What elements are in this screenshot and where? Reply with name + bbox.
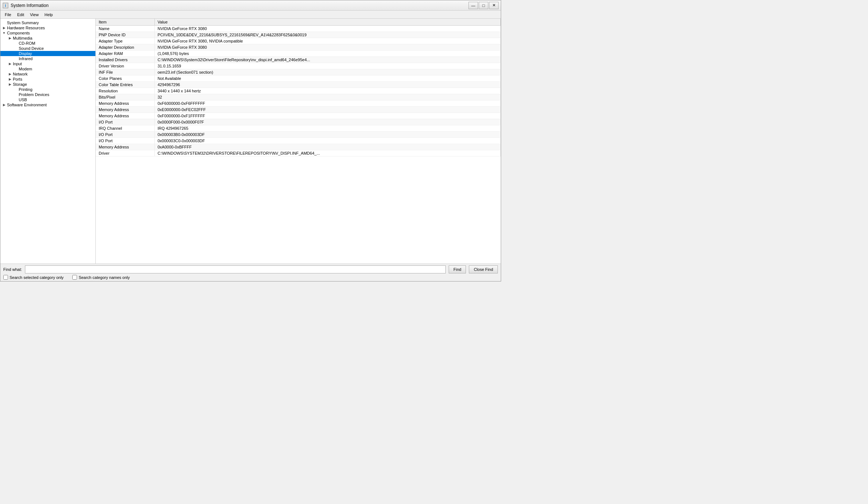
sidebar-item-problem-devices[interactable]: Problem Devices [0,92,95,97]
sidebar-label-modem: Modem [19,67,32,71]
sidebar: System Summary▶Hardware Resources▼Compon… [0,19,96,264]
table-row: I/O Port0x0000F000-0x0000F07F [96,119,501,125]
table-cell-item: Memory Address [96,113,154,119]
table-row: Color PlanesNot Available [96,76,501,82]
sidebar-item-modem[interactable]: Modem [0,66,95,71]
sidebar-label-system-summary: System Summary [7,21,39,25]
search-selected-text: Search selected category only [10,275,63,280]
sidebar-item-usb[interactable]: USB [0,97,95,102]
table-cell-value: 32 [154,94,501,100]
table-row: Memory Address0xA0000-0xBFFFF [96,144,501,150]
table-cell-item: I/O Port [96,138,154,144]
table-row: PNP Device IDPCI\VEN_10DE&DEV_2216&SUBSY… [96,32,501,38]
title-bar: i System Information — □ ✕ [0,0,501,11]
search-selected-label[interactable]: Search selected category only [3,275,63,280]
table-cell-item: Driver [96,150,154,157]
expand-icon: ▶ [2,26,6,30]
table-cell-item: Adapter Description [96,44,154,51]
window-title: System Information [11,3,48,8]
search-category-names-label[interactable]: Search category names only [72,275,130,280]
table-cell-item: PNP Device ID [96,32,154,38]
table-cell-value: 0xF6000000-0xF6FFFFFF [154,100,501,107]
content-area: System Summary▶Hardware Resources▼Compon… [0,19,501,264]
bottom-bar: Find what: Find Close Find Search select… [0,264,501,281]
table-cell-item: Memory Address [96,144,154,150]
close-find-button[interactable]: Close Find [469,265,498,273]
sidebar-item-printing[interactable]: Printing [0,87,95,92]
table-row: IRQ ChannelIRQ 4294967265 [96,125,501,132]
app-icon: i [3,3,8,8]
table-cell-item: Memory Address [96,100,154,107]
sidebar-item-infrared[interactable]: Infrared [0,56,95,61]
table-row: DriverC:\WINDOWS\SYSTEM32\DRIVERSTORE\FI… [96,150,501,157]
table-row: Adapter DescriptionNVIDIA GeForce RTX 30… [96,44,501,51]
table-row: Color Table Entries4294967296 [96,82,501,88]
menu-item-edit[interactable]: Edit [14,12,27,18]
table-cell-item: INF File [96,69,154,76]
table-row: INF Fileoem23.inf (Section071 section) [96,69,501,76]
table-cell-item: Memory Address [96,107,154,113]
sidebar-label-storage: Storage [13,82,27,87]
table-row: Installed DriversC:\WINDOWS\System32\Dri… [96,57,501,63]
table-cell-item: Adapter Type [96,38,154,44]
sidebar-item-system-summary[interactable]: System Summary [0,20,95,25]
svg-text:i: i [5,4,6,8]
sidebar-item-sound-device[interactable]: Sound Device [0,46,95,51]
sidebar-label-input: Input [13,62,22,66]
find-input[interactable] [25,265,446,273]
menu-bar: FileEditViewHelp [0,11,501,19]
close-button[interactable]: ✕ [489,2,499,9]
col-header-value: Value [154,19,501,26]
table-cell-value: 0xE0000000-0xFEC02FFF [154,107,501,113]
table-cell-value: C:\WINDOWS\System32\DriverStore\FileRepo… [154,57,501,63]
sidebar-item-multimedia[interactable]: ▶Multimedia [0,36,95,41]
sidebar-item-cd-rom[interactable]: CD-ROM [0,41,95,46]
checkbox-row: Search selected category only Search cat… [3,275,498,280]
sidebar-item-software-environment[interactable]: ▶Software Environment [0,102,95,107]
table-cell-value: 0x0000F000-0x0000F07F [154,119,501,125]
table-cell-value: Not Available [154,76,501,82]
sidebar-item-input[interactable]: ▶Input [0,61,95,66]
sidebar-item-components[interactable]: ▼Components [0,30,95,36]
sidebar-label-network: Network [13,72,28,76]
table-cell-item: Adapter RAM [96,51,154,57]
menu-item-help[interactable]: Help [41,12,56,18]
collapse-icon: ▼ [2,31,6,35]
table-cell-value: IRQ 4294967265 [154,125,501,132]
sidebar-label-cd-rom: CD-ROM [19,41,35,45]
maximize-button[interactable]: □ [479,2,488,9]
sidebar-item-network[interactable]: ▶Network [0,71,95,77]
menu-item-view[interactable]: View [27,12,42,18]
sidebar-label-problem-devices: Problem Devices [19,92,49,97]
table-row: Bits/Pixel32 [96,94,501,100]
table-cell-value: C:\WINDOWS\SYSTEM32\DRIVERSTORE\FILEREPO… [154,150,501,157]
sidebar-label-infrared: Infrared [19,56,33,61]
menu-item-file[interactable]: File [2,12,14,18]
table-row: Memory Address0xF6000000-0xF6FFFFFF [96,100,501,107]
table-row: Driver Version31.0.15.1659 [96,63,501,69]
table-cell-value: NVIDIA GeForce RTX 3080 [154,44,501,51]
minimize-button[interactable]: — [468,2,478,9]
sidebar-item-display[interactable]: Display [0,51,95,56]
table-cell-value: NVIDIA GeForce RTX 3080 [154,26,501,32]
table-row: Adapter RAM(1,048,576) bytes [96,51,501,57]
find-button[interactable]: Find [449,265,466,273]
table-cell-item: Color Table Entries [96,82,154,88]
data-table-container: Item Value NameNVIDIA GeForce RTX 3080PN… [96,19,501,264]
expand-icon: ▶ [8,62,12,66]
sidebar-label-hardware-resources: Hardware Resources [7,26,45,30]
main-panel: Item Value NameNVIDIA GeForce RTX 3080PN… [96,19,501,264]
search-category-names-checkbox[interactable] [72,275,77,280]
sidebar-label-components: Components [7,31,30,35]
table-cell-value: 3440 x 1440 x 144 hertz [154,88,501,94]
search-selected-checkbox[interactable] [3,275,8,280]
sidebar-label-sound-device: Sound Device [19,46,44,51]
table-cell-item: Bits/Pixel [96,94,154,100]
main-window: i System Information — □ ✕ FileEditViewH… [0,0,501,282]
sidebar-label-printing: Printing [19,87,32,92]
table-row: I/O Port0x000003C0-0x000003DF [96,138,501,144]
sidebar-item-ports[interactable]: ▶Ports [0,77,95,82]
table-row: Memory Address0xF0000000-0xF1FFFFFF [96,113,501,119]
sidebar-item-hardware-resources[interactable]: ▶Hardware Resources [0,25,95,30]
sidebar-item-storage[interactable]: ▶Storage [0,82,95,87]
